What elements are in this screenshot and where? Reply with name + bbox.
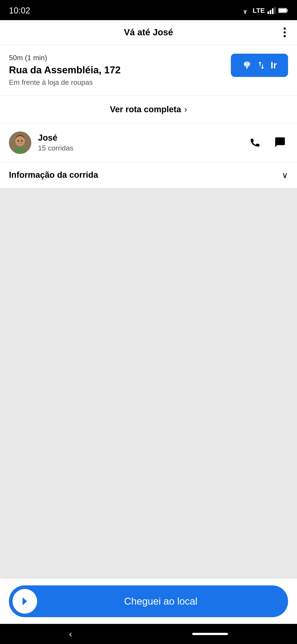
call-button[interactable] [247, 134, 263, 151]
signal-icon [268, 7, 276, 14]
menu-dot-1 [284, 28, 286, 30]
phone-icon [249, 136, 261, 148]
map-area [0, 188, 297, 578]
svg-rect-6 [287, 10, 288, 12]
menu-dot-2 [284, 31, 286, 34]
nav-eta: 50m (1 min) [9, 54, 224, 62]
svg-rect-7 [279, 9, 286, 12]
go-button[interactable]: Ir [231, 54, 288, 77]
passenger-rides: 15 corridas [38, 144, 240, 152]
home-indicator[interactable] [192, 633, 228, 635]
passenger-info: José 15 corridas [38, 133, 240, 152]
header: Vá até José [0, 20, 297, 45]
svg-rect-1 [268, 12, 269, 14]
nav-section: 50m (1 min) Rua da Assembléia, 172 Em fr… [0, 45, 297, 96]
menu-button[interactable] [281, 25, 288, 40]
ride-info-section[interactable]: Informação da corrida ∨ [0, 162, 297, 188]
message-button[interactable] [272, 134, 288, 151]
passenger-section: José 15 corridas [0, 124, 297, 162]
nav-info: 50m (1 min) Rua da Assembléia, 172 Em fr… [9, 54, 224, 86]
nav-address: Rua da Assembléia, 172 [9, 64, 224, 76]
battery-icon [278, 8, 288, 13]
passenger-actions [247, 134, 288, 151]
avatar [9, 132, 31, 154]
svg-rect-2 [270, 10, 271, 14]
status-time: 10:02 [9, 6, 30, 16]
svg-rect-3 [272, 8, 274, 14]
chevron-right-circle-icon [18, 594, 31, 608]
svg-point-11 [21, 140, 22, 142]
bottom-nav: ‹ [0, 624, 297, 644]
route-link-text: Ver rota completa [110, 105, 181, 114]
passenger-name: José [38, 133, 240, 143]
wifi-icon [240, 7, 250, 14]
chevron-down-icon: ∨ [282, 170, 288, 180]
chat-icon [274, 136, 286, 148]
go-label: Ir [271, 60, 277, 71]
svg-point-10 [18, 140, 19, 142]
arrows-icon [256, 60, 267, 70]
status-bar: 10:02 LTE [0, 0, 297, 20]
menu-dot-3 [284, 35, 286, 37]
status-icons: LTE [240, 7, 288, 14]
route-link[interactable]: Ver rota completa › [0, 96, 297, 124]
bottom-bar: Cheguei ao local [0, 578, 297, 624]
avatar-image [9, 132, 31, 154]
page-title: Vá até José [124, 27, 173, 37]
nav-landmark: Em frente à loja de roupas [9, 78, 224, 86]
chevron-right-icon: › [184, 105, 187, 114]
arrived-label: Cheguei ao local [37, 596, 285, 607]
lte-icon: LTE [253, 7, 265, 14]
ride-info-title: Informação da corrida [9, 170, 98, 180]
svg-point-0 [245, 12, 246, 14]
arrived-circle [12, 589, 37, 614]
svg-rect-4 [274, 7, 276, 14]
route-icon [242, 60, 252, 70]
back-arrow-icon[interactable]: ‹ [69, 629, 72, 639]
arrived-button[interactable]: Cheguei ao local [9, 586, 288, 617]
